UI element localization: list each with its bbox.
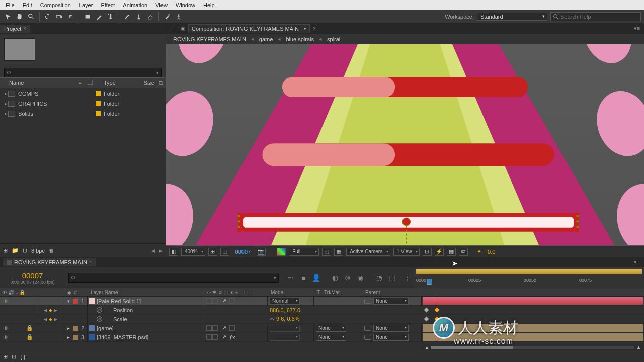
resolution-dropdown[interactable]: Full (289, 248, 319, 256)
exposure-reset-icon[interactable]: ✦ (477, 248, 481, 255)
col-t[interactable]: T (317, 290, 320, 295)
toggle-switches-icon[interactable]: ⊞ (3, 353, 8, 360)
col-mode[interactable]: Mode (268, 290, 314, 295)
toggle-modes-icon[interactable]: ⊡ (12, 353, 16, 360)
close-icon[interactable]: × (313, 26, 316, 31)
crumb[interactable]: spiral (324, 36, 343, 42)
camera-dropdown[interactable]: Active Camera (346, 248, 390, 256)
twirl-icon[interactable]: ▸ (3, 111, 8, 116)
rotation-tool[interactable] (43, 12, 53, 22)
blend-mode-dropdown[interactable]: Normal (270, 298, 300, 305)
label-chip[interactable] (73, 335, 78, 340)
twirl-icon[interactable]: ▸ (67, 335, 70, 340)
lock-toggle[interactable]: 🔒 (26, 334, 33, 340)
parent-dropdown[interactable]: None (373, 334, 409, 341)
twirl-icon[interactable]: ▸ (67, 326, 70, 331)
motion-blur-icon[interactable]: ⊚ (343, 273, 353, 283)
prev-icon[interactable]: ◀ (151, 248, 155, 253)
timeline-tab[interactable]: ROVING KEYFRAMES MAIN× (3, 258, 96, 266)
zoom-tool[interactable] (26, 12, 36, 22)
project-tab[interactable]: Project× (0, 25, 30, 33)
label-chip[interactable] (73, 299, 78, 304)
pickwhip-icon[interactable] (364, 299, 371, 304)
puppet-tool[interactable] (174, 12, 184, 22)
transparency-grid-icon[interactable]: ▦ (334, 248, 343, 256)
interpret-footage-icon[interactable]: ⊞ (3, 247, 8, 254)
video-toggle[interactable]: 👁 (2, 325, 9, 331)
delete-icon[interactable]: 🗑 (49, 248, 54, 254)
video-toggle[interactable]: 👁 (2, 298, 9, 304)
clone-tool[interactable] (134, 12, 144, 22)
camera-tool[interactable] (54, 12, 64, 22)
brainstorm-icon[interactable]: ◉ (355, 273, 365, 283)
text-tool[interactable]: T (106, 12, 116, 22)
panel-menu-icon[interactable]: ▾≡ (634, 259, 640, 265)
project-item[interactable]: ▸SolidsFolder (0, 109, 166, 119)
timeline-icon[interactable]: ▦ (447, 248, 456, 256)
zoom-dropdown[interactable]: 400% (181, 248, 205, 256)
hand-tool[interactable] (15, 12, 25, 22)
layer-name[interactable]: [3409_MASTER.psd] (97, 334, 148, 340)
pan-behind-tool[interactable] (66, 12, 76, 22)
lock-col-icon[interactable]: 🔒 (19, 290, 25, 295)
layer-row[interactable]: 👁🔒 ▸2 [game] ↗ None None (0, 324, 644, 333)
tree-icon[interactable]: ⧉ (156, 80, 166, 86)
video-col-icon[interactable]: 👁 (2, 290, 7, 295)
timeline-search-input[interactable] (78, 275, 272, 281)
crumb[interactable]: ROVING KEYFRAMES MAIN (170, 36, 249, 42)
quality-icon[interactable]: ↗ (222, 325, 226, 331)
sort-icon[interactable]: ▲ (78, 80, 83, 85)
col-trkmat[interactable]: TrkMat (324, 290, 340, 295)
close-icon[interactable]: × (23, 26, 26, 31)
lock-toggle[interactable]: 🔒 (26, 325, 33, 331)
keyframe[interactable] (424, 308, 429, 313)
composition-tab[interactable]: Composition: ROVING KEYFRAMES MAIN (188, 24, 310, 33)
parent-dropdown[interactable]: None (373, 298, 409, 305)
twirl-icon[interactable]: ▸ (3, 91, 8, 96)
panel-menu-icon[interactable]: ▾≡ (634, 25, 640, 32)
next-icon[interactable]: ▶ (159, 248, 163, 253)
timeline-zoom-bar[interactable]: ▲ ▲ (422, 343, 644, 351)
prev-key-icon[interactable]: ◀ (44, 308, 47, 313)
blend-mode-dropdown[interactable] (270, 325, 300, 332)
layer-name[interactable]: [Pale Red Solid 1] (97, 298, 141, 304)
layer-row[interactable]: 👁🔒 ▸3 [3409_MASTER.psd] ↗ƒx None None (0, 333, 644, 342)
stopwatch-icon[interactable]: ⏱ (97, 307, 102, 313)
menu-edit[interactable]: Edit (19, 1, 36, 9)
label-col-icon[interactable]: ◆ (67, 290, 71, 295)
col-name[interactable]: Name (9, 80, 24, 86)
next-key-icon[interactable]: ▶ (54, 317, 57, 322)
menu-window[interactable]: Window (172, 1, 199, 9)
prev-key-icon[interactable]: ◀ (44, 317, 47, 322)
layer-duration-bar[interactable] (423, 297, 643, 305)
video-toggle[interactable]: 👁 (2, 334, 9, 340)
selection-tool[interactable] (3, 12, 13, 22)
link-icon[interactable]: ⚯ (270, 316, 274, 322)
chevron-down-icon[interactable]: ▾ (156, 70, 159, 75)
timeline-search[interactable]: ▾ (68, 273, 279, 283)
crumb[interactable]: blue spirals (283, 36, 317, 42)
search-help-box[interactable] (550, 12, 641, 21)
timeline-ruler[interactable]: 0000 00025 00050 00075 (414, 267, 644, 288)
audio-col-icon[interactable]: 🔊 (8, 290, 14, 295)
prop-position[interactable]: Position (111, 307, 133, 313)
mask-icon[interactable]: ◫ (220, 248, 229, 256)
timecode-display[interactable]: 00007 0:00:00:07 (24.00 fps) (0, 267, 65, 288)
solo-col-icon[interactable]: ○ (15, 290, 18, 295)
graph-editor-icon-2[interactable]: ⬚ (399, 273, 410, 283)
pickwhip-icon[interactable] (364, 326, 371, 331)
menu-view[interactable]: View (152, 1, 171, 9)
comp-mini-flowchart-icon[interactable]: ⤳ (286, 273, 296, 283)
menu-layer[interactable]: Layer (75, 1, 97, 9)
draft3d-icon[interactable]: ▣ (298, 273, 308, 283)
prop-scale[interactable]: Scale (111, 316, 127, 322)
position-value[interactable]: 886.0, 677.0 (270, 307, 300, 313)
menu-effect[interactable]: Effect (97, 1, 118, 9)
menu-file[interactable]: File (2, 1, 18, 9)
pen-tool[interactable] (94, 12, 104, 22)
composition-viewer[interactable] (166, 44, 644, 245)
property-row[interactable]: ◀◆▶ ⏱Scale ⚯9.6, 0.6% (0, 315, 644, 324)
exposure-value[interactable]: +0.0 (485, 249, 496, 255)
twirl-icon[interactable]: ▸ (3, 101, 8, 106)
cti-indicator[interactable] (427, 279, 432, 285)
